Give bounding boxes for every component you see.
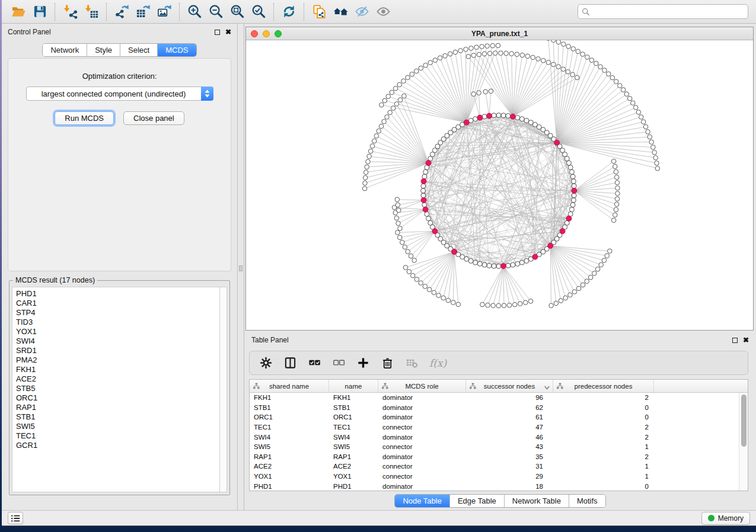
first-neighbors-icon[interactable] bbox=[330, 2, 351, 21]
panel-list-button[interactable] bbox=[8, 512, 23, 524]
cell-predecessor_nodes[interactable]: 2 bbox=[553, 453, 654, 460]
mcds-node-item[interactable]: SWI4 bbox=[16, 336, 219, 346]
show-all-icon[interactable] bbox=[372, 2, 394, 21]
cell-mcds_role[interactable]: connector bbox=[378, 443, 466, 450]
cell-shared_name[interactable]: TEC1 bbox=[250, 424, 329, 431]
refresh-icon[interactable] bbox=[278, 2, 299, 21]
cell-mcds_role[interactable]: dominator bbox=[378, 453, 466, 460]
cell-successor_nodes[interactable]: 47 bbox=[466, 424, 553, 431]
cell-successor_nodes[interactable]: 62 bbox=[466, 404, 553, 411]
mcds-node-item[interactable]: GCR1 bbox=[16, 441, 219, 450]
zoom-selected-icon[interactable] bbox=[248, 2, 269, 21]
cell-predecessor_nodes[interactable]: 2 bbox=[553, 394, 654, 401]
table-scrollbar[interactable] bbox=[739, 393, 748, 491]
add-row-icon[interactable] bbox=[356, 357, 369, 370]
cell-mcds_role[interactable]: dominator bbox=[378, 394, 466, 401]
table-row[interactable]: ORC1ORC1dominator610 bbox=[250, 412, 739, 422]
memory-button[interactable]: Memory bbox=[701, 512, 750, 525]
table-row[interactable]: FKH1FKH1dominator962 bbox=[250, 393, 739, 403]
hide-selected-icon[interactable] bbox=[351, 2, 372, 21]
cell-mcds_role[interactable]: dominator bbox=[378, 434, 466, 441]
cell-predecessor_nodes[interactable]: 0 bbox=[553, 483, 654, 490]
tab-select[interactable]: Select bbox=[120, 44, 158, 56]
mcds-list-scrollbar[interactable] bbox=[219, 287, 227, 492]
tab-motifs[interactable]: Motifs bbox=[569, 495, 605, 507]
float-table-panel-icon[interactable] bbox=[732, 338, 738, 343]
cell-name[interactable]: PHD1 bbox=[329, 483, 378, 490]
mcds-node-item[interactable]: TEC1 bbox=[16, 431, 219, 441]
table-row[interactable]: SWI5SWI5connector431 bbox=[250, 442, 739, 452]
import-network-icon[interactable] bbox=[59, 2, 81, 21]
search-input[interactable] bbox=[593, 8, 744, 16]
cell-shared_name[interactable]: SWI5 bbox=[250, 443, 329, 450]
mcds-node-item[interactable]: YOX1 bbox=[16, 327, 219, 336]
column-header-MCDS-role[interactable]: MCDS role bbox=[378, 380, 466, 392]
cell-successor_nodes[interactable]: 61 bbox=[466, 414, 553, 421]
table-row[interactable]: TEC1TEC1connector472 bbox=[250, 422, 739, 432]
cell-name[interactable]: TEC1 bbox=[329, 424, 378, 431]
network-canvas[interactable] bbox=[246, 40, 753, 330]
cell-shared_name[interactable]: SWI4 bbox=[250, 434, 329, 441]
tab-network[interactable]: Network bbox=[43, 44, 87, 56]
delete-row-icon[interactable] bbox=[381, 357, 394, 370]
mcds-result-list[interactable]: PHD1CAR1STP4TID3YOX1SWI4SRD1PMA2FKH1ACE2… bbox=[12, 287, 219, 492]
table-scrollbar-thumb[interactable] bbox=[741, 395, 747, 447]
duplicate-network-icon[interactable] bbox=[308, 2, 330, 21]
cell-mcds_role[interactable]: connector bbox=[378, 424, 466, 431]
cell-mcds_role[interactable]: dominator bbox=[378, 404, 466, 411]
mcds-node-item[interactable]: PMA2 bbox=[16, 355, 219, 365]
column-header-predecessor-nodes[interactable]: predecessor nodes bbox=[553, 380, 654, 392]
cell-name[interactable]: STB1 bbox=[329, 404, 378, 411]
select-all-icon[interactable] bbox=[308, 357, 321, 370]
mcds-node-item[interactable]: ACE2 bbox=[16, 374, 219, 384]
table-row[interactable]: SWI4SWI4dominator462 bbox=[250, 432, 739, 442]
mcds-node-item[interactable]: TID3 bbox=[16, 318, 219, 327]
table-row[interactable]: YOX1YOX1connector291 bbox=[250, 472, 739, 482]
mcds-node-item[interactable]: SWI5 bbox=[16, 422, 219, 431]
cell-name[interactable]: YOX1 bbox=[329, 473, 378, 480]
mcds-node-item[interactable]: FKH1 bbox=[16, 365, 219, 374]
cell-name[interactable]: RAP1 bbox=[329, 453, 378, 460]
export-table-icon[interactable] bbox=[132, 2, 154, 21]
zoom-out-icon[interactable] bbox=[205, 2, 227, 21]
column-header-name[interactable]: name bbox=[329, 380, 378, 392]
cell-predecessor_nodes[interactable]: 0 bbox=[553, 404, 654, 411]
cell-successor_nodes[interactable]: 43 bbox=[466, 443, 553, 450]
mcds-node-item[interactable]: STB5 bbox=[16, 384, 219, 393]
table-row[interactable]: RAP1RAP1dominator352 bbox=[250, 452, 739, 462]
close-table-panel-icon[interactable]: ✖ bbox=[743, 336, 749, 344]
mcds-node-item[interactable]: RAP1 bbox=[16, 403, 219, 412]
cell-predecessor_nodes[interactable]: 0 bbox=[553, 414, 654, 421]
cell-shared_name[interactable]: ACE2 bbox=[250, 463, 329, 470]
cell-shared_name[interactable]: PHD1 bbox=[250, 483, 329, 490]
table-row[interactable]: STB1STB1dominator620 bbox=[250, 403, 739, 413]
open-file-icon[interactable] bbox=[8, 2, 29, 21]
criterion-select[interactable]: largest connected component (undirected) bbox=[26, 86, 213, 101]
cell-mcds_role[interactable]: dominator bbox=[378, 414, 466, 421]
cell-name[interactable]: FKH1 bbox=[329, 394, 378, 401]
splitter-grip[interactable] bbox=[239, 265, 243, 271]
close-panel-icon[interactable]: ✖ bbox=[225, 28, 231, 36]
deselect-all-icon[interactable] bbox=[332, 357, 345, 370]
cell-name[interactable]: ORC1 bbox=[329, 414, 378, 421]
cell-successor_nodes[interactable]: 31 bbox=[466, 463, 553, 470]
table-row[interactable]: ACE2ACE2connector311 bbox=[250, 462, 739, 472]
cell-predecessor_nodes[interactable]: 1 bbox=[553, 473, 654, 480]
columns-icon[interactable] bbox=[283, 357, 296, 370]
cell-successor_nodes[interactable]: 46 bbox=[466, 434, 553, 441]
cell-mcds_role[interactable]: connector bbox=[378, 463, 466, 470]
import-table-icon[interactable] bbox=[81, 2, 102, 21]
mcds-node-item[interactable]: STB1 bbox=[16, 412, 219, 422]
tab-edge-table[interactable]: Edge Table bbox=[450, 495, 505, 507]
cell-successor_nodes[interactable]: 29 bbox=[466, 473, 553, 480]
panel-splitter[interactable] bbox=[238, 24, 244, 510]
mcds-node-item[interactable]: PHD1 bbox=[16, 289, 219, 299]
cell-name[interactable]: ACE2 bbox=[329, 463, 378, 470]
cell-successor_nodes[interactable]: 96 bbox=[466, 394, 553, 401]
cell-shared_name[interactable]: FKH1 bbox=[250, 394, 329, 401]
tab-mcds[interactable]: MCDS bbox=[158, 44, 196, 56]
network-graph[interactable] bbox=[246, 40, 753, 330]
column-header-shared-name[interactable]: shared name bbox=[250, 380, 329, 392]
cell-predecessor_nodes[interactable]: 1 bbox=[553, 463, 654, 470]
cell-predecessor_nodes[interactable]: 2 bbox=[553, 434, 654, 441]
